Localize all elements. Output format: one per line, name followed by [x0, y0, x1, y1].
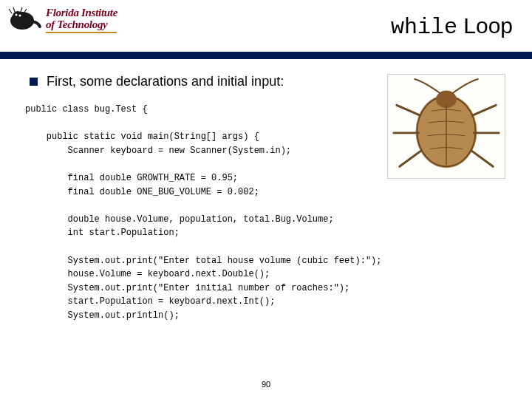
title-mono: while: [391, 15, 457, 40]
logo-line1: Florida Institute: [46, 7, 117, 18]
logo-text: Florida Institute of Technology: [46, 6, 117, 33]
title-rest: Loop: [457, 13, 513, 38]
header-rule: [0, 52, 532, 59]
panther-icon: [7, 6, 43, 34]
cockroach-icon: [388, 74, 505, 179]
svg-point-3: [19, 15, 21, 17]
logo-underline: [46, 32, 117, 33]
bullet-square-icon: [30, 78, 38, 86]
slide: Florida Institute of Technology while Lo…: [0, 0, 532, 399]
fit-logo: Florida Institute of Technology: [7, 6, 117, 34]
page-number: 90: [0, 380, 532, 389]
svg-point-1: [13, 11, 23, 21]
bug-image: [387, 74, 505, 179]
svg-point-2: [16, 14, 18, 16]
bullet-text: First, some declarations and initial inp…: [47, 74, 284, 89]
logo-line2: of Technology: [46, 19, 117, 30]
slide-header: Florida Institute of Technology while Lo…: [0, 0, 532, 52]
slide-title: while Loop: [391, 13, 513, 40]
